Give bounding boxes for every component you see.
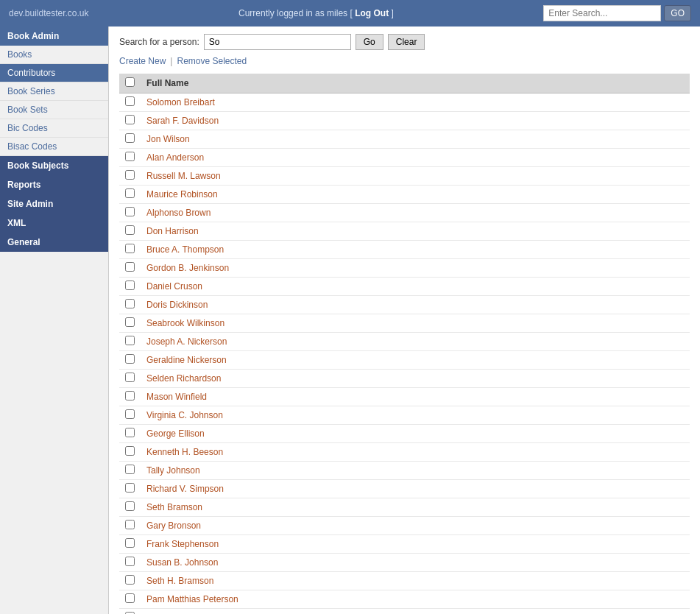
- row-checkbox[interactable]: [125, 391, 135, 400]
- contributor-link[interactable]: Gordon B. Jenkinson: [146, 263, 229, 273]
- contributor-link[interactable]: Doris Dickinson: [146, 300, 208, 310]
- row-checkbox-cell[interactable]: [119, 554, 141, 572]
- contributor-link[interactable]: Joseph A. Nickerson: [146, 336, 227, 347]
- row-checkbox-cell[interactable]: [119, 204, 141, 222]
- row-checkbox[interactable]: [125, 354, 135, 364]
- search-input[interactable]: [204, 34, 351, 50]
- row-checkbox[interactable]: [125, 262, 135, 272]
- row-checkbox-cell[interactable]: [119, 186, 141, 204]
- contributor-link[interactable]: Daniel Cruson: [146, 281, 202, 292]
- row-checkbox-cell[interactable]: [119, 590, 141, 609]
- select-all-checkbox[interactable]: [125, 77, 135, 87]
- row-checkbox-cell[interactable]: [119, 241, 141, 259]
- row-checkbox-cell[interactable]: [119, 130, 141, 149]
- contributor-link[interactable]: Frank Stephenson: [146, 539, 219, 549]
- contributor-link[interactable]: Seth Bramson: [146, 502, 202, 512]
- row-checkbox[interactable]: [125, 170, 135, 180]
- row-checkbox-cell[interactable]: [119, 443, 141, 462]
- contributor-link[interactable]: Jon Wilson: [146, 134, 190, 144]
- select-all-header[interactable]: [119, 74, 141, 93]
- row-checkbox-cell[interactable]: [119, 259, 141, 278]
- row-checkbox[interactable]: [125, 336, 135, 345]
- contributor-link[interactable]: Gary Bronson: [146, 521, 201, 531]
- contributor-link[interactable]: Susan B. Johnson: [146, 557, 218, 568]
- contributor-link[interactable]: Richard V. Simpson: [146, 484, 224, 494]
- row-checkbox[interactable]: [125, 446, 135, 456]
- remove-selected-link[interactable]: Remove Selected: [177, 56, 247, 66]
- contributor-link[interactable]: Pam Matthias Peterson: [146, 594, 238, 604]
- search-go-button[interactable]: Go: [356, 34, 383, 50]
- contributor-link[interactable]: Alan Anderson: [146, 152, 204, 163]
- row-checkbox-cell[interactable]: [119, 425, 141, 443]
- row-checkbox[interactable]: [125, 188, 135, 198]
- row-checkbox-cell[interactable]: [119, 222, 141, 241]
- row-checkbox[interactable]: [125, 483, 135, 493]
- row-checkbox[interactable]: [125, 115, 135, 124]
- sidebar-item-books[interactable]: Books: [0, 46, 108, 64]
- contributor-link[interactable]: Mason Winfield: [146, 392, 207, 402]
- contributor-link[interactable]: Selden Richardson: [146, 373, 221, 384]
- row-checkbox-cell[interactable]: [119, 498, 141, 517]
- sidebar-item-bisac-codes[interactable]: Bisac Codes: [0, 138, 108, 156]
- row-checkbox[interactable]: [125, 280, 135, 290]
- row-checkbox[interactable]: [125, 225, 135, 235]
- sidebar-group-book-subjects[interactable]: Book Subjects: [0, 156, 108, 175]
- row-checkbox[interactable]: [125, 575, 135, 585]
- row-checkbox-cell[interactable]: [119, 480, 141, 498]
- sidebar-group-site-admin[interactable]: Site Admin: [0, 194, 108, 214]
- row-checkbox-cell[interactable]: [119, 535, 141, 554]
- contributor-link[interactable]: Don Harrison: [146, 226, 199, 236]
- contributor-link[interactable]: Alphonso Brown: [146, 208, 211, 218]
- contributor-link[interactable]: Seth H. Bramson: [146, 576, 213, 586]
- row-checkbox[interactable]: [125, 299, 135, 308]
- row-checkbox-cell[interactable]: [119, 517, 141, 535]
- row-checkbox-cell[interactable]: [119, 351, 141, 370]
- header-search-go-button[interactable]: GO: [664, 5, 691, 21]
- contributor-link[interactable]: Seabrook Wilkinson: [146, 318, 225, 328]
- row-checkbox-cell[interactable]: [119, 167, 141, 186]
- row-checkbox[interactable]: [125, 373, 135, 382]
- contributor-link[interactable]: Solomon Breibart: [146, 97, 215, 107]
- row-checkbox-cell[interactable]: [119, 149, 141, 167]
- row-checkbox[interactable]: [125, 317, 135, 327]
- contributor-link[interactable]: Sarah F. Davidson: [146, 116, 219, 126]
- row-checkbox[interactable]: [125, 133, 135, 143]
- contributor-link[interactable]: Kenneth H. Beeson: [146, 447, 223, 457]
- row-checkbox-cell[interactable]: [119, 278, 141, 296]
- sidebar-group-general[interactable]: General: [0, 233, 108, 252]
- row-checkbox[interactable]: [125, 207, 135, 216]
- row-checkbox[interactable]: [125, 96, 135, 106]
- row-checkbox-cell[interactable]: [119, 333, 141, 351]
- row-checkbox[interactable]: [125, 409, 135, 419]
- contributor-link[interactable]: Tally Johnson: [146, 465, 200, 476]
- logout-link[interactable]: Log Out: [355, 8, 389, 18]
- create-new-link[interactable]: Create New: [119, 56, 166, 66]
- sidebar-item-contributors[interactable]: Contributors: [0, 64, 108, 82]
- contributor-link[interactable]: Russell M. Lawson: [146, 171, 221, 181]
- contributor-link[interactable]: Virginia C. Johnson: [146, 410, 223, 420]
- row-checkbox[interactable]: [125, 152, 135, 161]
- row-checkbox-cell[interactable]: [119, 296, 141, 314]
- search-clear-button[interactable]: Clear: [388, 34, 425, 50]
- row-checkbox[interactable]: [125, 557, 135, 566]
- row-checkbox[interactable]: [125, 244, 135, 253]
- sidebar-item-book-sets[interactable]: Book Sets: [0, 101, 108, 119]
- row-checkbox[interactable]: [125, 538, 135, 548]
- sidebar-item-book-series[interactable]: Book Series: [0, 82, 108, 101]
- row-checkbox[interactable]: [125, 465, 135, 474]
- header-search-input[interactable]: [543, 5, 661, 21]
- row-checkbox[interactable]: [125, 520, 135, 529]
- row-checkbox-cell[interactable]: [119, 462, 141, 480]
- sidebar-group-reports[interactable]: Reports: [0, 175, 108, 194]
- contributor-link[interactable]: Geraldine Nickerson: [146, 355, 227, 365]
- sidebar-item-bic-codes[interactable]: Bic Codes: [0, 119, 108, 138]
- contributor-link[interactable]: Bruce A. Thompson: [146, 244, 224, 255]
- row-checkbox-cell[interactable]: [119, 388, 141, 406]
- row-checkbox-cell[interactable]: [119, 112, 141, 130]
- row-checkbox-cell[interactable]: [119, 609, 141, 615]
- row-checkbox-cell[interactable]: [119, 314, 141, 333]
- sidebar-group-xml[interactable]: XML: [0, 214, 108, 233]
- row-checkbox-cell[interactable]: [119, 370, 141, 388]
- row-checkbox[interactable]: [125, 593, 135, 603]
- contributor-link[interactable]: George Ellison: [146, 428, 205, 439]
